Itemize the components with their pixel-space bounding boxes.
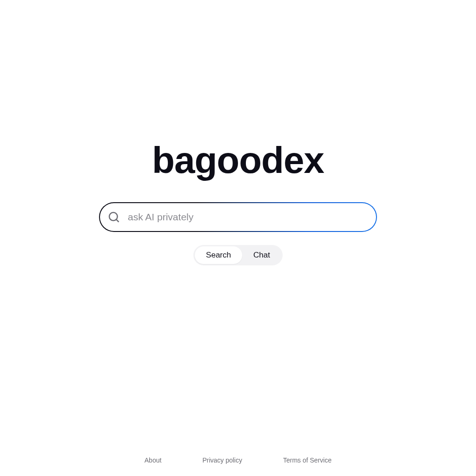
brand-logo: bagoodex [152, 142, 324, 179]
mode-toggle: Search Chat [193, 245, 283, 265]
svg-point-0 [109, 212, 118, 221]
svg-line-1 [117, 220, 119, 222]
search-input[interactable] [128, 212, 367, 223]
footer-terms-link[interactable]: Terms of Service [283, 456, 331, 464]
footer-links: About Privacy policy Terms of Service [0, 456, 476, 464]
search-icon [107, 211, 120, 224]
footer-about-link[interactable]: About [145, 456, 162, 464]
chat-mode-button[interactable]: Chat [242, 246, 281, 264]
footer-privacy-link[interactable]: Privacy policy [202, 456, 242, 464]
search-bar[interactable] [99, 202, 377, 232]
search-mode-button[interactable]: Search [195, 246, 242, 264]
